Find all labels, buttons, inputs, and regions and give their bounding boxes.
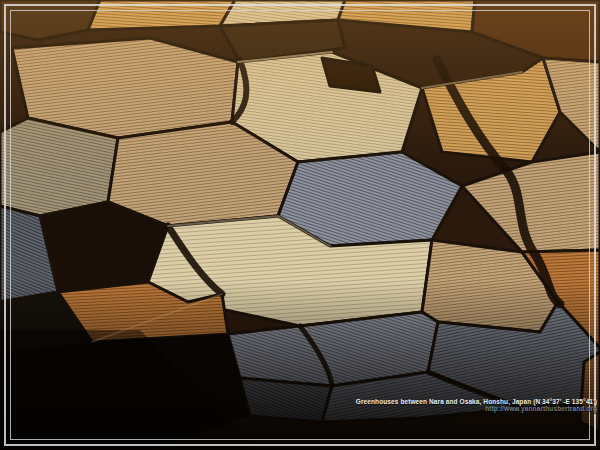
wallpaper-photo: Greenhouses between Nara and Osaka, Hons… xyxy=(0,0,600,450)
caption-url-text: http://www.yannarthusbertrand.org xyxy=(356,406,597,413)
photo-caption: Greenhouses between Nara and Osaka, Hons… xyxy=(356,399,597,412)
greenhouse-aerial-photo xyxy=(0,0,600,450)
